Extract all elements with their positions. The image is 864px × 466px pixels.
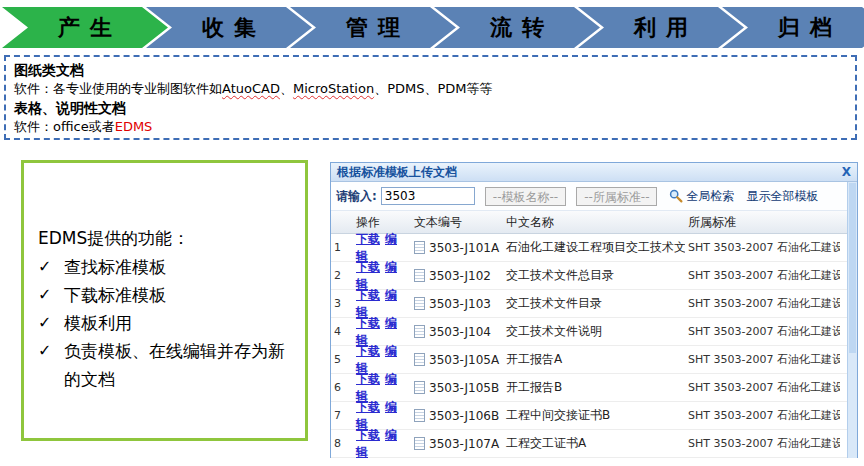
document-icon [414, 381, 425, 394]
row-number: 1 [331, 241, 353, 254]
download-link[interactable]: 下载 [356, 428, 380, 442]
flow-step-inactive: 管理 [290, 7, 456, 48]
document-types-note: 图纸类文档 软件：各专业使用的专业制图软件如AtuoCAD、MicroStati… [4, 55, 857, 140]
feature-item-label: 模板利用 [64, 309, 297, 337]
doc-number-cell: 3503-J101A [411, 241, 503, 255]
doc-number: 3503-J101A [429, 241, 499, 255]
download-link[interactable]: 下载 [356, 372, 380, 386]
standard-filter-button[interactable]: --所属标准-- [576, 187, 657, 206]
features-list: ✓查找标准模板✓下载标准模板✓模板利用✓负责模板、在线编辑并存为新的文档 [38, 253, 297, 393]
doc-standard: SHT 3503-2007 石油化工建设工程项目交工... [685, 324, 840, 339]
doc-cn-name: 石油化工建设工程项目交工技术文件封面A [503, 239, 685, 256]
doc-standard: SHT 3503-2007 石油化工建设工程项目交工... [685, 408, 840, 423]
panel-title: 根据标准模板上传文档 [337, 164, 842, 181]
close-icon[interactable]: X [842, 165, 851, 179]
note-body1-prefix: 软件：各专业使用的专业制图软件如 [14, 81, 222, 96]
flow-step-inactive: 利用 [578, 7, 744, 48]
vertical-scrollbar[interactable] [847, 182, 857, 458]
row-number: 2 [331, 269, 353, 282]
flow-step-inactive: 收集 [146, 7, 312, 48]
search-input[interactable] [381, 187, 475, 205]
doc-standard: SHT 3503-2007 石油化工建设工程项目交工... [685, 436, 840, 451]
doc-number: 3503-J106B [429, 409, 499, 423]
doc-number: 3503-J104 [429, 325, 491, 339]
doc-number-cell: 3503-J105B [411, 381, 503, 395]
panel-titlebar: 根据标准模板上传文档 X [331, 163, 857, 182]
note-body1-sep: 、 [280, 81, 293, 96]
document-icon [414, 437, 425, 450]
search-bar: 请输入: --模板名称-- --所属标准-- 全局检索 显示全部模板 [331, 182, 857, 211]
download-link[interactable]: 下载 [356, 344, 380, 358]
scrollbar-thumb[interactable] [849, 183, 856, 353]
document-icon [414, 269, 425, 282]
note-body1-suffix: 、PDMS、PDM等等 [374, 81, 492, 96]
doc-cn-name: 交工技术文件目录 [503, 295, 685, 312]
feature-item: ✓模板利用 [38, 309, 297, 337]
note-body2-prefix: 软件：office或者 [14, 119, 115, 134]
doc-number: 3503-J103 [429, 297, 491, 311]
feature-item-label: 查找标准模板 [64, 253, 297, 281]
doc-number: 3503-J105A [429, 353, 499, 367]
doc-number-cell: 3503-J102 [411, 269, 503, 283]
download-link[interactable]: 下载 [356, 260, 380, 274]
note-body-forms: 软件：office或者EDMS [14, 118, 847, 136]
column-cn-name[interactable]: 中文名称 [503, 214, 685, 231]
doc-number-cell: 3503-J103 [411, 297, 503, 311]
doc-number: 3503-J105B [429, 381, 499, 395]
doc-standard: SHT 3503-2007 石油化工建设工程项目交工... [685, 380, 840, 395]
download-link[interactable]: 下载 [356, 232, 380, 246]
check-icon: ✓ [38, 309, 64, 337]
magnifier-icon [669, 189, 683, 203]
column-standard[interactable]: 所属标准 [685, 214, 840, 231]
row-actions: 下载编辑 [353, 427, 411, 461]
doc-number-cell: 3503-J107A [411, 437, 503, 451]
document-icon [414, 353, 425, 366]
doc-cn-name: 交工技术文件总目录 [503, 267, 685, 284]
edms-features-box: EDMS提供的功能： ✓查找标准模板✓下载标准模板✓模板利用✓负责模板、在线编辑… [21, 160, 308, 441]
features-title: EDMS提供的功能： [38, 225, 297, 251]
column-doc-number[interactable]: 文本编号 [411, 214, 503, 231]
flow-step-inactive: 流转 [434, 7, 600, 48]
global-search-button[interactable]: 全局检索 [686, 188, 734, 205]
template-upload-panel: 根据标准模板上传文档 X 请输入: --模板名称-- --所属标准-- 全局检索… [330, 162, 858, 458]
doc-standard: SHT 3503-2007 石油化工建设工程项目交工... [685, 240, 840, 255]
row-number: 6 [331, 381, 353, 394]
download-link[interactable]: 下载 [356, 288, 380, 302]
template-name-filter-button[interactable]: --模板名称-- [485, 187, 566, 206]
document-icon [414, 409, 425, 422]
note-title-drawings: 图纸类文档 [14, 60, 847, 80]
row-number: 7 [331, 409, 353, 422]
lifecycle-flow: 产生收集管理流转利用归档 [2, 7, 864, 48]
show-all-templates-button[interactable]: 显示全部模板 [746, 188, 818, 205]
row-number: 3 [331, 297, 353, 310]
doc-number-cell: 3503-J104 [411, 325, 503, 339]
download-link[interactable]: 下载 [356, 400, 380, 414]
feature-item-label: 下载标准模板 [64, 281, 297, 309]
doc-cn-name: 交工技术文件说明 [503, 323, 685, 340]
table-row: 8下载编辑3503-J107A工程交工证书ASHT 3503-2007 石油化工… [331, 430, 857, 458]
note-misspelled-atuocad: AtuoCAD [222, 81, 280, 96]
check-icon: ✓ [38, 281, 64, 309]
doc-standard: SHT 3503-2007 石油化工建设工程项目交工... [685, 296, 840, 311]
document-icon [414, 297, 425, 310]
feature-item-label: 负责模板、在线编辑并存为新的文档 [64, 337, 297, 393]
doc-cn-name: 开工报告B [503, 379, 685, 396]
note-misspelled-microstation: MicroStation [293, 81, 374, 96]
doc-number: 3503-J107A [429, 437, 499, 451]
search-input-label: 请输入: [336, 188, 377, 205]
note-body-drawings: 软件：各专业使用的专业制图软件如AtuoCAD、MicroStation、PDM… [14, 80, 847, 98]
flow-step-active: 产生 [2, 7, 168, 48]
feature-item: ✓负责模板、在线编辑并存为新的文档 [38, 337, 297, 393]
row-number: 8 [331, 437, 353, 450]
doc-number-cell: 3503-J106B [411, 409, 503, 423]
row-number: 5 [331, 353, 353, 366]
doc-cn-name: 开工报告A [503, 351, 685, 368]
column-operation[interactable]: 操作 [353, 214, 411, 231]
template-table-body: 1下载编辑3503-J101A石油化工建设工程项目交工技术文件封面ASHT 35… [331, 234, 857, 458]
doc-number-cell: 3503-J105A [411, 353, 503, 367]
doc-standard: SHT 3503-2007 石油化工建设工程项目交工... [685, 352, 840, 367]
check-icon: ✓ [38, 337, 64, 393]
download-link[interactable]: 下载 [356, 316, 380, 330]
doc-cn-name: 工程交工证书A [503, 435, 685, 452]
feature-item: ✓查找标准模板 [38, 253, 297, 281]
